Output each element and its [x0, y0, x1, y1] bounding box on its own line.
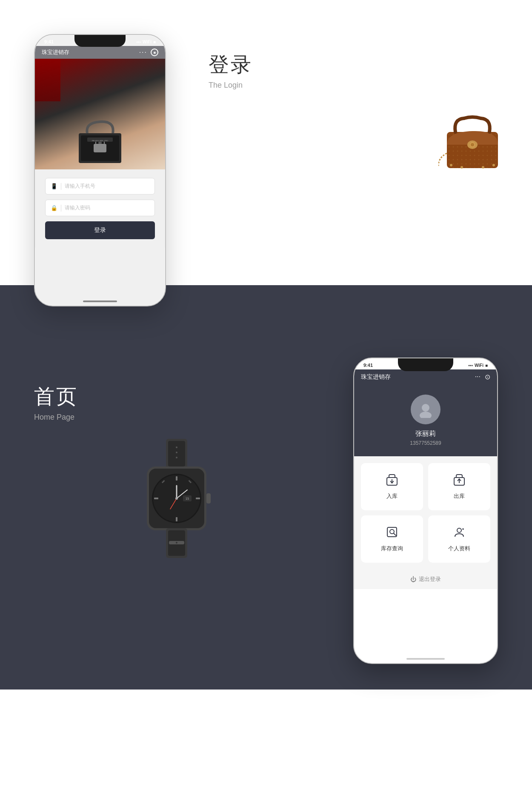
home-status-time: 9:41 — [363, 363, 373, 368]
coach-bag-svg — [438, 111, 506, 170]
camera-icon[interactable]: ◉ — [151, 49, 158, 56]
notch — [74, 35, 126, 47]
profile-icon — [453, 526, 466, 541]
menu-item-inbound[interactable]: 入库 — [361, 463, 423, 510]
svg-rect-27 — [176, 517, 177, 521]
svg-point-42 — [176, 542, 177, 544]
lock-icon: 🔒 — [51, 205, 57, 212]
login-label-section: 登录 The Login — [192, 34, 253, 90]
login-phone-mockup: 9:41 ▪▪▪ WiFi ■ 珠宝进销存 ··· ◉ — [34, 34, 166, 306]
phone-icon: 📱 — [51, 183, 57, 190]
login-button[interactable]: 登录 — [45, 221, 155, 239]
login-title-cn: 登录 — [209, 51, 253, 78]
password-input[interactable]: 🔒 请输入密码 — [45, 200, 155, 216]
menu-item-profile[interactable]: 个人资料 — [428, 515, 490, 563]
watch-svg: 15 — [134, 439, 219, 558]
svg-point-21 — [176, 457, 177, 458]
dots-menu-login[interactable]: ··· — [139, 49, 147, 56]
svg-rect-18 — [168, 441, 185, 466]
prada-bag-illustration: PRADA MILANO — [66, 118, 134, 165]
app-name-login: 珠宝进销存 — [42, 49, 69, 56]
inbound-label: 入库 — [386, 492, 398, 500]
home-title-en: Home Page — [34, 413, 319, 422]
svg-text:PRADA MILANO: PRADA MILANO — [92, 140, 108, 142]
status-icons: ▪▪▪ WiFi ■ — [136, 40, 156, 44]
svg-point-43 — [422, 404, 429, 412]
profile-name: 张丽莉 — [415, 429, 436, 438]
home-app-header: 珠宝进销存 ··· ⊙ — [354, 369, 497, 386]
dots-menu-home[interactable]: ··· — [475, 373, 481, 381]
bag-decoration — [438, 111, 506, 172]
profile-phone: 13577552589 — [410, 440, 441, 446]
svg-point-52 — [457, 528, 461, 532]
home-title-cn: 首页 — [34, 383, 319, 410]
power-icon: ⏻ — [410, 576, 416, 583]
inventory-label: 库存查询 — [381, 545, 403, 552]
target-icon[interactable]: ⊙ — [485, 373, 490, 381]
outbound-label: 出库 — [454, 492, 465, 500]
svg-point-37 — [175, 497, 178, 500]
avatar-icon — [417, 401, 434, 418]
logout-label: 退出登录 — [419, 575, 441, 583]
svg-line-51 — [394, 533, 396, 535]
status-time: 9:41 — [44, 39, 54, 44]
menu-item-inventory[interactable]: 库存查询 — [361, 515, 423, 563]
inventory-icon — [386, 526, 398, 541]
svg-rect-38 — [206, 493, 211, 504]
home-status-icons: ▪▪▪ WiFi ■ — [468, 363, 488, 368]
home-indicator-login — [83, 300, 117, 302]
home-indicator-home — [406, 658, 445, 660]
logout-area[interactable]: ⏻ 退出登录 — [354, 569, 497, 589]
menu-item-outbound[interactable]: 出库 — [428, 463, 490, 510]
inbound-icon — [386, 473, 398, 489]
svg-point-16 — [482, 166, 484, 169]
outbound-icon — [453, 473, 466, 489]
header-icons: ··· ⊙ — [475, 373, 490, 381]
svg-point-20 — [176, 452, 177, 453]
phone-input[interactable]: 📱 请输入手机号 — [45, 178, 155, 195]
login-title-en: The Login — [209, 81, 253, 90]
home-label-section: 首页 Home Page — [34, 358, 319, 422]
svg-rect-26 — [176, 476, 177, 481]
svg-point-44 — [420, 412, 432, 418]
menu-grid: 入库 出库 — [354, 456, 497, 569]
password-placeholder: 请输入密码 — [65, 204, 90, 212]
avatar — [411, 395, 440, 424]
svg-rect-29 — [154, 498, 158, 499]
svg-point-14 — [492, 164, 495, 166]
profile-menu-label: 个人资料 — [448, 545, 470, 552]
hero-image: PRADA MILANO — [35, 59, 165, 169]
app-name-home: 珠宝进销存 — [361, 373, 391, 381]
watch-decoration: 15 — [34, 439, 319, 558]
svg-text:15: 15 — [186, 497, 189, 501]
home-phone-mockup: 9:41 ▪▪▪ WiFi ■ 珠宝进销存 ··· ⊙ — [353, 358, 498, 664]
svg-point-15 — [460, 166, 463, 169]
svg-point-12 — [471, 143, 474, 146]
svg-rect-28 — [196, 498, 200, 499]
svg-point-19 — [176, 446, 177, 448]
svg-point-13 — [450, 164, 452, 166]
profile-section: 张丽莉 13577552589 — [354, 386, 497, 456]
phone-placeholder: 请输入手机号 — [65, 183, 95, 190]
home-notch — [398, 358, 453, 371]
login-form: 📱 请输入手机号 🔒 请输入密码 登录 — [35, 169, 165, 248]
